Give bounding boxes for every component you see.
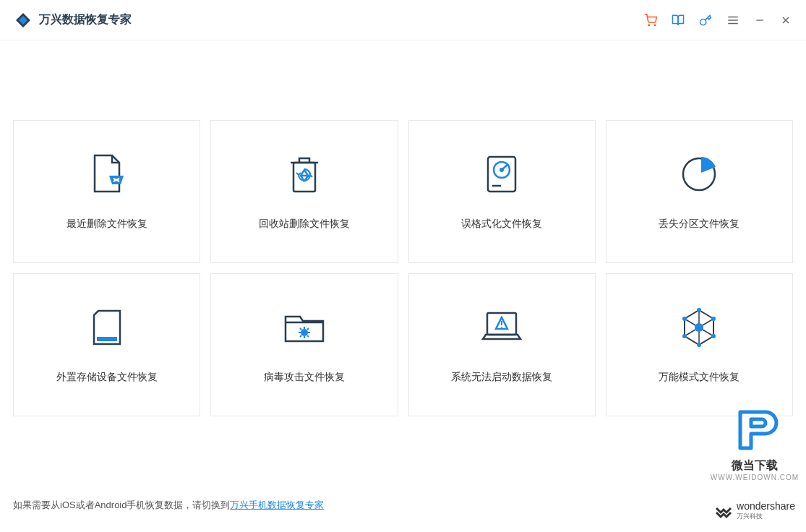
svg-point-40 xyxy=(682,317,687,321)
app-title: 万兴数据恢复专家 xyxy=(39,12,132,27)
card-label: 最近删除文件恢复 xyxy=(67,218,147,231)
card-label: 回收站删除文件恢复 xyxy=(259,218,350,231)
recent-delete-recovery-card[interactable]: 最近删除文件恢复 xyxy=(13,120,200,263)
universal-mode-recovery-card[interactable]: 万能模式文件恢复 xyxy=(606,273,793,416)
close-icon[interactable] xyxy=(780,14,792,26)
card-label: 误格式化文件恢复 xyxy=(461,218,542,231)
wondershare-logo-icon xyxy=(715,502,732,520)
svg-point-18 xyxy=(301,329,308,336)
book-icon[interactable] xyxy=(672,14,685,27)
card-label: 万能模式文件恢复 xyxy=(659,371,739,384)
svg-rect-17 xyxy=(97,337,117,341)
card-label: 外置存储设备文件恢复 xyxy=(56,371,158,384)
mobile-recovery-link[interactable]: 万兴手机数据恢复专家 xyxy=(230,499,324,510)
virus-folder-icon xyxy=(283,306,326,349)
app-logo-icon xyxy=(14,12,32,29)
laptop-warning-icon xyxy=(480,306,523,349)
watermark-logo-icon xyxy=(729,405,780,455)
svg-point-35 xyxy=(697,308,701,312)
svg-point-0 xyxy=(648,25,650,26)
hard-drive-icon xyxy=(485,153,518,196)
main-content: 最近删除文件恢复 回收站删除文件恢复 xyxy=(0,40,806,431)
svg-point-36 xyxy=(711,317,716,321)
brand-main-text: wondershare xyxy=(737,500,795,512)
virus-attack-recovery-card[interactable]: 病毒攻击文件恢复 xyxy=(210,273,398,416)
footer-hint: 如果需要从iOS或者Android手机恢复数据，请切换到万兴手机数据恢复专家 xyxy=(13,499,324,512)
recovery-options-grid: 最近删除文件恢复 回收站删除文件恢复 xyxy=(13,120,793,416)
cart-icon[interactable] xyxy=(644,14,657,27)
external-storage-recovery-card[interactable]: 外置存储设备文件恢复 xyxy=(13,273,200,416)
footer-text: 如果需要从iOS或者Android手机恢复数据，请切换到 xyxy=(13,499,230,510)
svg-line-23 xyxy=(300,328,301,330)
svg-point-37 xyxy=(711,334,716,338)
svg-line-26 xyxy=(300,335,301,337)
svg-line-25 xyxy=(307,328,309,330)
card-label: 系统无法启动数据恢复 xyxy=(451,371,552,384)
svg-point-38 xyxy=(697,343,701,347)
watermark-main-text: 微当下载 xyxy=(711,458,799,473)
header-right xyxy=(644,14,792,27)
svg-point-1 xyxy=(654,25,656,26)
card-label: 丢失分区文件恢复 xyxy=(659,218,739,231)
network-globe-icon xyxy=(679,306,719,349)
file-delete-icon xyxy=(89,153,125,196)
format-recovery-card[interactable]: 误格式化文件恢复 xyxy=(408,120,596,263)
brand-sub-text: 万兴科技 xyxy=(737,512,795,521)
watermark: 微当下载 WWW.WEIDOWN.COM xyxy=(711,405,799,481)
app-header: 万兴数据恢复专家 xyxy=(0,0,806,40)
minimize-icon[interactable] xyxy=(754,14,766,26)
header-left: 万兴数据恢复专家 xyxy=(14,12,132,29)
watermark-sub-text: WWW.WEIDOWN.COM xyxy=(711,473,799,481)
key-icon[interactable] xyxy=(699,14,712,27)
partition-recovery-card[interactable]: 丢失分区文件恢复 xyxy=(606,120,793,263)
card-label: 病毒攻击文件恢复 xyxy=(264,371,345,384)
brand-logo: wondershare 万兴科技 xyxy=(715,500,795,521)
svg-line-24 xyxy=(307,335,309,337)
system-crash-recovery-card[interactable]: 系统无法启动数据恢复 xyxy=(408,273,596,416)
menu-icon[interactable] xyxy=(726,14,739,27)
svg-point-39 xyxy=(682,334,687,338)
svg-point-34 xyxy=(695,323,703,332)
pie-chart-icon xyxy=(679,153,719,196)
sd-card-icon xyxy=(91,306,123,349)
recycle-bin-icon xyxy=(286,153,322,196)
recycle-bin-recovery-card[interactable]: 回收站删除文件恢复 xyxy=(210,120,398,263)
svg-point-29 xyxy=(501,327,502,328)
